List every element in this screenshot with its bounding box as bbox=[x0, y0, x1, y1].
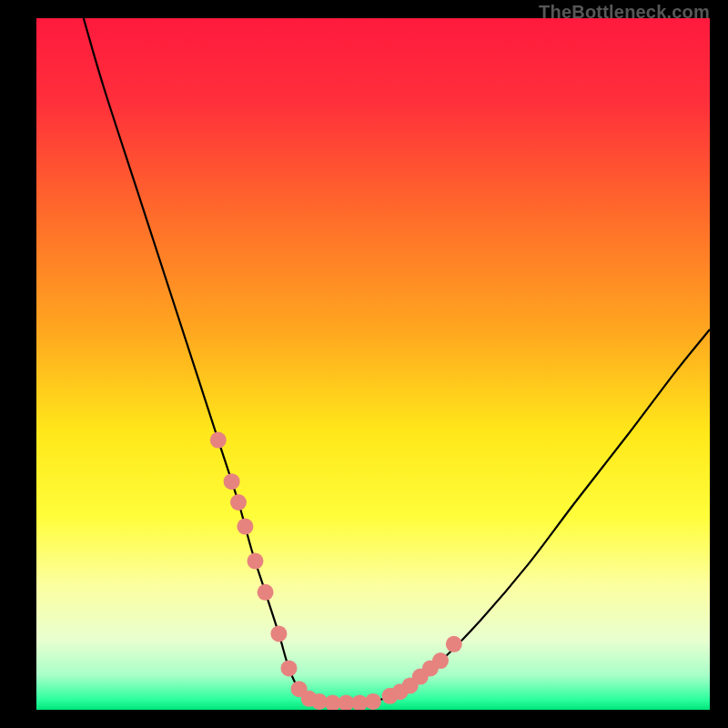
curve-layer bbox=[36, 18, 710, 710]
plot-area bbox=[36, 18, 710, 710]
highlight-dot bbox=[446, 636, 462, 652]
highlight-dot bbox=[210, 432, 227, 449]
highlight-dot bbox=[248, 553, 264, 570]
highlight-dot bbox=[365, 693, 381, 710]
highlight-dot bbox=[230, 494, 247, 511]
highlight-dot bbox=[432, 652, 449, 669]
highlight-dot bbox=[224, 473, 240, 490]
highlight-dot bbox=[270, 625, 287, 642]
highlight-dot bbox=[237, 519, 253, 535]
chart-frame: TheBottleneck.com bbox=[0, 0, 728, 728]
highlight-dot bbox=[258, 584, 274, 601]
highlight-dots bbox=[210, 432, 462, 710]
highlight-dot bbox=[281, 660, 298, 676]
watermark-text: TheBottleneck.com bbox=[539, 2, 710, 23]
bottleneck-curve bbox=[84, 18, 710, 703]
